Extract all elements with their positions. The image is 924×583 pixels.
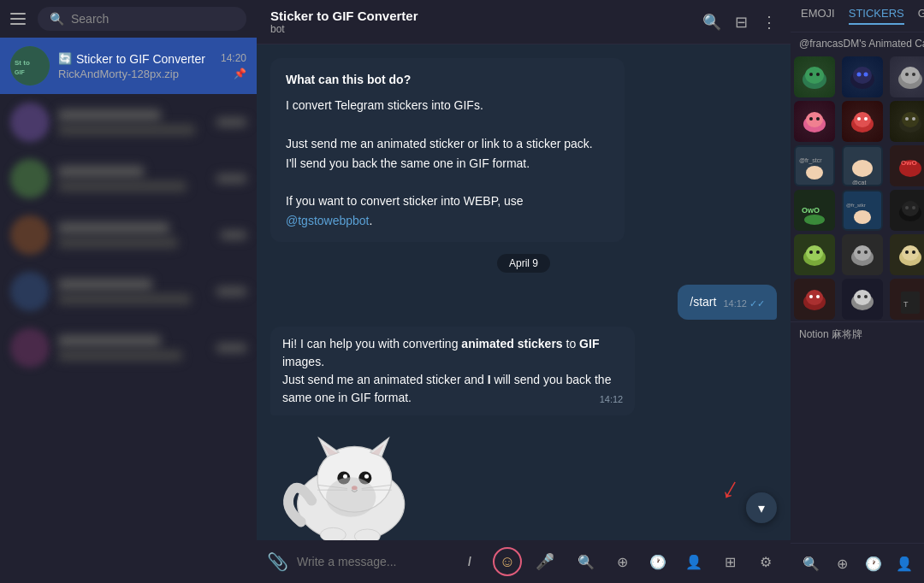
panel-search-icon[interactable]: 🔍 (798, 551, 824, 576)
layout-icon[interactable]: ⊟ (735, 13, 748, 32)
zoom-icon[interactable]: ⊕ (607, 547, 637, 576)
sticker-grid-6: T (791, 277, 924, 321)
sticker-cell-13[interactable]: OwO (794, 190, 835, 231)
sticker-cell-11[interactable]: OwO (890, 145, 924, 186)
chat-subtitle: bot (270, 23, 418, 35)
search-bar[interactable]: 🔍 Search (38, 7, 246, 31)
chat-item-sticker-bot[interactable]: St to GIF 🔄 Sticker to GIF Converter Ric… (0, 38, 257, 94)
chat-info (58, 335, 208, 361)
grid-icon[interactable]: ⊞ (715, 547, 744, 576)
more-options-icon[interactable]: ⋮ (761, 13, 777, 32)
chat-name (58, 335, 161, 347)
sticker-cell-2[interactable] (842, 56, 883, 97)
sticker-cell-17[interactable] (794, 234, 835, 275)
chat-preview (58, 294, 191, 304)
chat-main: Sticker to GIF Converter bot 🔍 ⊟ ⋮ What … (257, 0, 791, 583)
chat-name (58, 222, 169, 234)
sticker-cell-9[interactable]: @fr_stcr (794, 145, 835, 186)
tab-emoji[interactable]: EMOJI (801, 7, 835, 25)
incoming-message: Hi! I can help you with converting anima… (270, 327, 635, 415)
chat-list: St to GIF 🔄 Sticker to GIF Converter Ric… (0, 38, 257, 583)
profile-icon[interactable]: 👤 (679, 547, 708, 576)
svg-point-67 (854, 210, 871, 224)
svg-text:OwO: OwO (802, 206, 820, 215)
svg-point-40 (816, 117, 820, 121)
sticker-grid-2 (791, 99, 924, 144)
panel-zoom-icon[interactable]: ⊕ (829, 551, 855, 576)
chat-item-3[interactable] (0, 150, 257, 207)
svg-point-81 (854, 245, 871, 261)
chat-info (58, 279, 208, 304)
avatar: St to GIF (10, 46, 50, 85)
hamburger-menu[interactable] (10, 9, 29, 28)
sticker-cell-23[interactable]: T (890, 279, 924, 320)
outgoing-text: /start (690, 295, 716, 309)
scroll-down-button[interactable]: ▾ (746, 492, 777, 523)
chat-meta: 14:20 📌 (221, 52, 246, 80)
svg-point-86 (905, 250, 909, 254)
svg-point-28 (864, 73, 868, 77)
svg-point-32 (912, 73, 915, 76)
search-input[interactable]: Search (71, 12, 109, 26)
attach-icon[interactable]: 📎 (267, 551, 288, 572)
sticker-cell-3[interactable] (890, 56, 924, 97)
search-bottom-icon[interactable]: 🔍 (572, 547, 601, 576)
search-header-icon[interactable]: 🔍 (702, 13, 721, 32)
svg-point-69 (902, 201, 919, 216)
mic-button[interactable]: 🎤 (530, 547, 560, 576)
svg-point-78 (809, 250, 813, 254)
panel-clock-icon[interactable]: 🕐 (861, 551, 886, 576)
svg-point-27 (857, 73, 862, 77)
sticker-panel-tabs: EMOJI STICKERS GIFS × (791, 0, 924, 32)
svg-point-18 (320, 527, 346, 540)
svg-point-57 (852, 160, 873, 177)
chat-header: Sticker to GIF Converter bot 🔍 ⊟ ⋮ (257, 0, 791, 44)
sticker-cell-14[interactable]: @fr_stkr (842, 190, 883, 231)
sticker-cell-10[interactable]: @cat (842, 145, 883, 186)
svg-point-48 (912, 117, 915, 121)
sticker-cell-18[interactable] (842, 234, 883, 275)
emoji-button[interactable]: ☺ (493, 547, 522, 576)
svg-point-26 (853, 67, 872, 84)
chat-item-6[interactable] (0, 320, 257, 376)
chat-header-left: Sticker to GIF Converter bot (270, 9, 418, 35)
svg-point-19 (354, 529, 380, 540)
chat-item-5[interactable] (0, 263, 257, 320)
svg-point-64 (804, 215, 825, 225)
panel-person-icon[interactable]: 👤 (891, 551, 917, 576)
sticker-cell-5[interactable] (794, 101, 835, 142)
chat-info (58, 222, 212, 248)
message-input[interactable] (297, 555, 447, 568)
greeting-line2: Just send me an animated sticker or link… (286, 134, 609, 173)
sticker-cell-15[interactable] (890, 190, 924, 231)
chat-preview (58, 181, 187, 191)
tab-gifs[interactable]: GIFS (918, 7, 924, 25)
svg-point-23 (809, 73, 813, 76)
chat-item-4[interactable] (0, 207, 257, 263)
sticker-cell-22[interactable] (842, 279, 883, 320)
command-button[interactable]: / (455, 547, 484, 576)
sticker-cell-1[interactable] (794, 56, 835, 97)
sticker-section-header-1: @francasDM's Animated Cats × (791, 32, 924, 55)
svg-text:GIF: GIF (15, 69, 25, 75)
tab-stickers[interactable]: STICKERS (849, 7, 904, 25)
svg-text:OwO: OwO (901, 159, 917, 167)
sticker-grid-3: @fr_stcr @cat OwO UwU (791, 144, 924, 188)
sticker-cell-21[interactable] (794, 279, 835, 320)
incoming-time: 14:12 (600, 392, 624, 407)
greeting-line4: If you want to convert sticker into WEBP… (286, 191, 609, 230)
svg-point-24 (816, 73, 820, 76)
chat-item-2[interactable] (0, 94, 257, 150)
svg-point-93 (806, 290, 823, 305)
sticker-cell-6[interactable] (842, 101, 883, 142)
sticker-cell-19[interactable] (890, 234, 924, 275)
history-icon[interactable]: 🕐 (643, 547, 672, 576)
sticker-cell-7[interactable] (890, 101, 924, 142)
sticker-grid-5 (791, 233, 924, 277)
settings-icon[interactable]: ⚙ (751, 547, 780, 576)
svg-point-83 (864, 250, 868, 254)
chat-meta (216, 174, 246, 183)
svg-point-94 (809, 295, 813, 298)
chat-header-actions: 🔍 ⊟ ⋮ (702, 13, 777, 32)
notion-title: Notion 麻将牌 (799, 327, 862, 342)
